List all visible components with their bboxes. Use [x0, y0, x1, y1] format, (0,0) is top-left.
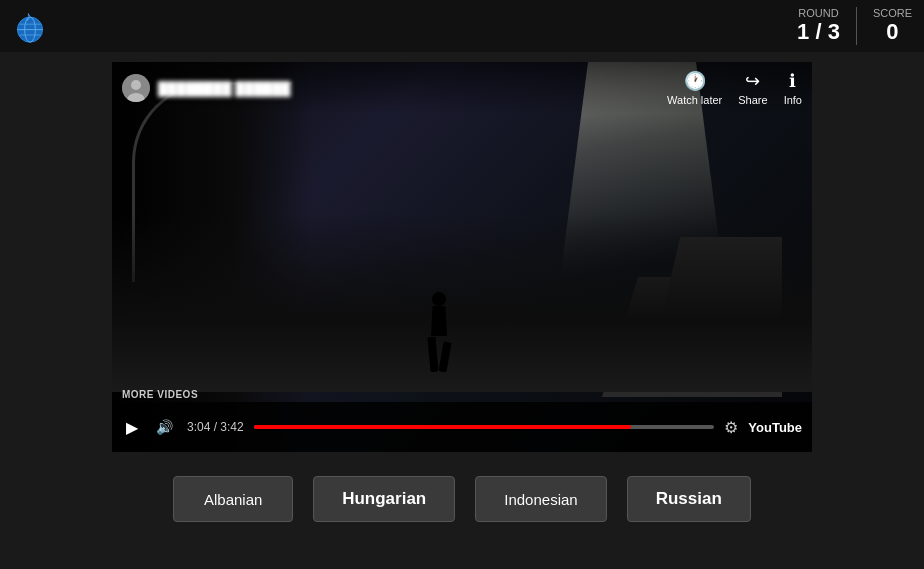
person-leg-left: [427, 337, 438, 373]
time-display: 3:04 / 3:42: [187, 420, 244, 434]
svg-point-7: [131, 80, 141, 90]
channel-info: ████████ ██████: [122, 74, 291, 102]
share-icon: ↪: [745, 70, 760, 92]
watch-later-icon: 🕐: [684, 70, 706, 92]
progress-bar-fill: [254, 425, 632, 429]
person-body: [431, 306, 447, 336]
svg-text:♪: ♪: [25, 8, 32, 24]
video-action-buttons: 🕐 Watch later ↪ Share ℹ Info: [667, 70, 802, 106]
app-logo-area: ♪: [12, 8, 48, 44]
video-player[interactable]: ████████ ██████ 🕐 Watch later ↪ Share ℹ …: [112, 62, 812, 452]
info-icon: ℹ: [789, 70, 796, 92]
score-label: Score: [873, 7, 912, 19]
music-globe-icon: ♪: [12, 8, 48, 44]
answer-btn-indonesian[interactable]: Indonesian: [475, 476, 606, 522]
person-silhouette: [427, 292, 451, 372]
person-leg-right: [438, 342, 451, 373]
round-display: Round 1 / 3: [797, 7, 857, 45]
video-controls-bar: ▶ 🔊 3:04 / 3:42 ⚙ YouTube: [112, 402, 812, 452]
round-label: Round: [797, 7, 840, 19]
scene-floor: [112, 212, 812, 392]
answer-btn-hungarian[interactable]: Hungarian: [313, 476, 455, 522]
progress-bar[interactable]: [254, 425, 715, 429]
watch-later-button[interactable]: 🕐 Watch later: [667, 70, 722, 106]
share-button[interactable]: ↪ Share: [738, 70, 767, 106]
channel-name: ████████ ██████: [158, 81, 291, 96]
play-button[interactable]: ▶: [122, 414, 142, 441]
youtube-logo: YouTube: [748, 420, 802, 435]
watch-later-label: Watch later: [667, 94, 722, 106]
volume-button[interactable]: 🔊: [152, 415, 177, 439]
video-scene: [112, 62, 812, 452]
score-display: Score 0: [857, 7, 912, 45]
info-button[interactable]: ℹ Info: [784, 70, 802, 106]
round-value: 1 / 3: [797, 19, 840, 45]
person-head: [432, 292, 446, 306]
video-top-overlay: ████████ ██████ 🕐 Watch later ↪ Share ℹ …: [112, 62, 812, 114]
answer-btn-russian[interactable]: Russian: [627, 476, 751, 522]
channel-avatar: [122, 74, 150, 102]
answer-btn-albanian[interactable]: Albanian: [173, 476, 293, 522]
app-header: ♪ Round 1 / 3 Score 0: [0, 0, 924, 52]
more-videos-label: MORE VIDEOS: [122, 389, 198, 400]
info-label: Info: [784, 94, 802, 106]
share-label: Share: [738, 94, 767, 106]
score-area: Round 1 / 3 Score 0: [797, 7, 912, 45]
score-value: 0: [873, 19, 912, 45]
main-content: ████████ ██████ 🕐 Watch later ↪ Share ℹ …: [0, 52, 924, 569]
settings-button[interactable]: ⚙: [724, 418, 738, 437]
answer-buttons: Albanian Hungarian Indonesian Russian: [173, 476, 751, 522]
video-background: [112, 62, 812, 452]
